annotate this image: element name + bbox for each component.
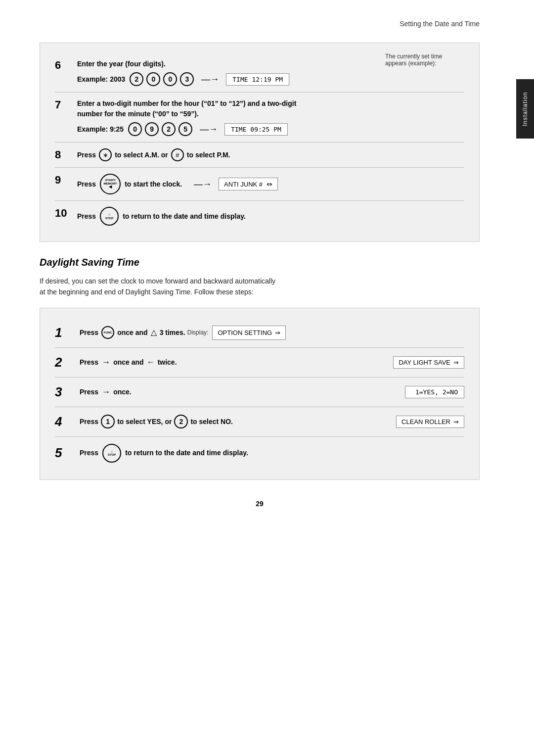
side-tab: Installation <box>516 79 534 139</box>
dst-step-4-row: 4 Press 1 to select YES, or 2 to select … <box>55 407 464 437</box>
dst-step-5-row: 5 Press ○ STOP to return to the date and… <box>55 437 464 470</box>
dst-description: If desired, you can set the clock to mov… <box>40 276 480 298</box>
dst-step-2-content: Press → once and ← twice. <box>80 356 365 369</box>
page-number: 29 <box>40 500 480 508</box>
yes-no-display: 1=YES, 2=NO <box>405 386 464 398</box>
dst-step-3-number: 3 <box>55 384 80 400</box>
step-6-row: 6 Enter the year (four digits). Example:… <box>55 53 464 93</box>
step-9-inline: Press START/ MEMORY ◀ to start the clock… <box>77 174 464 194</box>
dst-step-1-inline: Press FUNC once and △ 3 times. Display: … <box>80 326 464 340</box>
step-6-note-line1: The currently set time <box>385 53 442 60</box>
start-memory-button: START/ MEMORY ◀ <box>100 174 121 194</box>
key-2: 2 <box>130 72 143 86</box>
day-light-save-display: DAY LIGHT SAVE ⇒ <box>393 356 464 369</box>
step-10-row: 10 Press ○ STOP to return to the date an… <box>55 201 464 232</box>
dst-step2-twice: twice. <box>158 357 177 368</box>
dst-step5-text-after: to return to the date and time display. <box>125 448 248 458</box>
step-6-number: 6 <box>55 60 75 71</box>
dst-step-4-inline: Press 1 to select YES, or 2 to select NO… <box>80 415 365 428</box>
dst-box: 1 Press FUNC once and △ 3 times. Display… <box>40 308 480 480</box>
step-6-display: TIME 12:19 PM <box>226 73 289 86</box>
dst-step-2-display-area: DAY LIGHT SAVE ⇒ <box>365 356 464 369</box>
step-7-number: 7 <box>55 99 75 110</box>
step-7-bold2: number for the minute (“00” to “59”). <box>77 110 199 118</box>
dst-step-3-display-area: 1=YES, 2=NO <box>365 386 464 398</box>
main-content: 6 Enter the year (four digits). Example:… <box>40 43 504 508</box>
dst-step3-press: Press <box>80 387 98 397</box>
arrow-right-icon-2: → <box>101 385 110 399</box>
dst-step-5-inline: Press ○ STOP to return to the date and t… <box>80 444 464 463</box>
key-star: ∗ <box>99 148 112 161</box>
stop-button-2: ○ STOP <box>102 444 121 463</box>
clean-roller-arrow: ⇒ <box>453 418 459 425</box>
clean-roller-text: CLEAN ROLLER <box>401 418 450 425</box>
page-container: Installation Setting the Date and Time 6… <box>0 0 534 756</box>
step-8-inline: Press ∗ to select A.M. or # to select P.… <box>77 148 464 161</box>
step-8-text3: to select P.M. <box>187 151 230 159</box>
dst-step-3-content: Press → once. <box>80 385 365 399</box>
step-6-note: The currently set time appears (example)… <box>385 53 464 67</box>
step-6-note-line2: appears (example): <box>385 60 436 67</box>
dst-step1-display-label: Display: <box>187 328 209 337</box>
key-3: 3 <box>180 72 194 86</box>
key-0a: 0 <box>146 72 160 86</box>
key-1-dst: 1 <box>101 415 115 428</box>
key-0b: 0 <box>163 72 177 86</box>
dst-step2-once: once and <box>113 357 143 368</box>
anti-junk-arrow: ⇔ <box>267 180 272 188</box>
step-8-content: Press ∗ to select A.M. or # to select P.… <box>75 148 464 161</box>
page-number-text: 29 <box>256 500 264 508</box>
arrow-step6: —→ <box>201 74 219 85</box>
dst-step-3-inline: Press → once. <box>80 385 365 399</box>
step-10-content: Press ○ STOP to return to the date and t… <box>75 207 464 226</box>
dst-step2-press: Press <box>80 357 98 368</box>
step-7-bold1: Enter a two-digit number for the hour (“… <box>77 99 296 107</box>
key-hash: # <box>171 148 184 161</box>
dst-step-5-number: 5 <box>55 445 80 461</box>
day-light-arrow: ⇒ <box>453 359 459 366</box>
dst-step-4-content: Press 1 to select YES, or 2 to select NO… <box>80 415 365 428</box>
key-0c: 0 <box>128 122 142 136</box>
dst-step-1-row: 1 Press FUNC once and △ 3 times. Display… <box>55 318 464 348</box>
dst-desc-line1: If desired, you can set the clock to mov… <box>40 277 275 285</box>
caret-up-icon: △ <box>151 327 157 338</box>
dst-step4-yes: to select YES, or <box>117 417 172 427</box>
function-button: FUNC <box>101 326 114 339</box>
dst-step-1-number: 1 <box>55 325 80 340</box>
key-9: 9 <box>145 122 159 136</box>
step-7-content: Enter a two-digit number for the hour (“… <box>75 98 464 136</box>
page-header-text: Setting the Date and Time <box>400 20 480 28</box>
page-header: Setting the Date and Time <box>40 20 504 28</box>
step-9-number: 9 <box>55 175 75 186</box>
day-light-save-text: DAY LIGHT SAVE <box>399 359 450 366</box>
section1-box: 6 Enter the year (four digits). Example:… <box>40 43 480 242</box>
step-7-example: Example: 9:25 0 9 2 5 —→ TIME 09:25 PM <box>77 122 464 136</box>
dst-step4-press: Press <box>80 417 98 427</box>
step-10-text-after: to return to the date and time display. <box>123 212 246 220</box>
step-10-inline: Press ○ STOP to return to the date and t… <box>77 207 464 226</box>
dst-step-2-row: 2 Press → once and ← twice. DAY LIGHT SA… <box>55 348 464 378</box>
step-9-row: 9 Press START/ MEMORY ◀ to start the clo… <box>55 168 464 201</box>
step-7-display: TIME 09:25 PM <box>224 123 288 136</box>
dst-step-1-content: Press FUNC once and △ 3 times. Display: … <box>80 326 464 340</box>
clean-roller-display: CLEAN ROLLER ⇒ <box>396 416 464 428</box>
dst-step3-once: once. <box>113 387 132 397</box>
step-7-text: Enter a two-digit number for the hour (“… <box>77 98 464 119</box>
dst-step-2-number: 2 <box>55 355 80 370</box>
dst-title: Daylight Saving Time <box>40 257 480 268</box>
step-6-example: Example: 2003 2 0 0 3 —→ TIME 12:19 PM <box>77 72 464 86</box>
option-arrow: ⇒ <box>275 328 280 338</box>
anti-junk-text: ANTI JUNK # <box>224 181 263 188</box>
anti-junk-display: ANTI JUNK # ⇔ <box>219 178 278 190</box>
step-6-bold-text: Enter the year (four digits). <box>77 60 166 68</box>
step-7-example-label: Example: 9:25 <box>77 125 124 133</box>
key-2b: 2 <box>162 122 176 136</box>
dst-step-4-display-area: CLEAN ROLLER ⇒ <box>365 416 464 428</box>
arrow-left-icon: ← <box>147 356 155 368</box>
step-8-number: 8 <box>55 149 75 160</box>
arrow-step7: —→ <box>200 124 218 135</box>
dst-step1-once: once and <box>117 328 147 338</box>
step-10-press: Press <box>77 212 96 220</box>
step-9-content: Press START/ MEMORY ◀ to start the clock… <box>75 174 464 194</box>
dst-step1-3times: 3 times. <box>160 328 185 338</box>
